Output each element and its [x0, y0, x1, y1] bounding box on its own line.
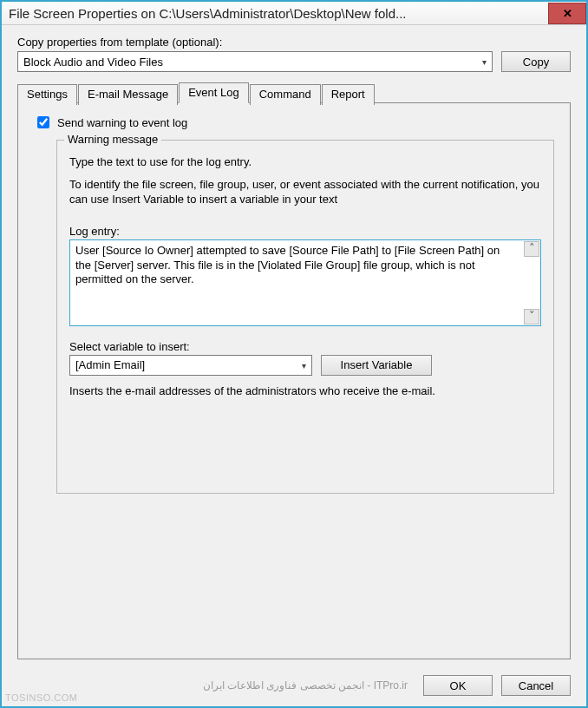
tabstrip: Settings E-mail Message Event Log Comman… — [17, 82, 571, 103]
log-entry-text: User [Source Io Owner] attempted to save… — [75, 244, 500, 286]
send-warning-checkbox[interactable] — [37, 116, 49, 128]
log-entry-textarea[interactable]: User [Source Io Owner] attempted to save… — [69, 239, 541, 326]
template-selected-text: Block Audio and Video Files — [23, 56, 163, 69]
copy-button[interactable]: Copy — [501, 51, 571, 72]
client-area: Copy properties from template (optional)… — [2, 25, 586, 666]
variable-row: [Admin Email] ▾ Insert Variable — [69, 355, 541, 376]
window-title: File Screen Properties on C:\Users\Admin… — [2, 6, 548, 21]
chevron-down-icon: ▾ — [302, 360, 306, 370]
tab-eventlog[interactable]: Event Log — [179, 82, 249, 103]
tabpanel-eventlog: Send warning to event log Warning messag… — [17, 102, 571, 659]
titlebar: File Screen Properties on C:\Users\Admin… — [2, 2, 586, 25]
scroll-up-button[interactable]: ˄ — [524, 241, 539, 257]
warning-desc1: Type the text to use for the log entry. — [69, 154, 541, 170]
send-warning-label: Send warning to event log — [57, 116, 187, 129]
variable-description: Inserts the e-mail addresses of the admi… — [69, 384, 541, 397]
cancel-button[interactable]: Cancel — [501, 675, 571, 696]
variable-selected-text: [Admin Email] — [75, 358, 145, 371]
tab-settings[interactable]: Settings — [17, 84, 77, 105]
warning-groupbox: Warning message Type the text to use for… — [56, 140, 554, 494]
template-row: Block Audio and Video Files ▾ Copy — [17, 51, 571, 72]
warning-groupbox-title: Warning message — [64, 133, 161, 146]
tab-email[interactable]: E-mail Message — [78, 84, 178, 105]
template-label: Copy properties from template (optional)… — [17, 36, 571, 49]
chevron-up-icon: ˄ — [529, 241, 535, 256]
close-icon: ✕ — [563, 7, 572, 20]
warning-desc2: To identify the file screen, file group,… — [69, 177, 541, 207]
tab-command[interactable]: Command — [250, 84, 321, 105]
scroll-down-button[interactable]: ˅ — [524, 309, 539, 324]
watermark-text: ITPro.ir - انجمن تخصصی فناوری اطلاعات ای… — [17, 679, 415, 692]
chevron-down-icon: ▾ — [482, 57, 487, 67]
dialog-footer: ITPro.ir - انجمن تخصصی فناوری اطلاعات ای… — [2, 666, 586, 706]
variable-select[interactable]: [Admin Email] ▾ — [69, 355, 312, 376]
insert-variable-button[interactable]: Insert Variable — [321, 355, 432, 376]
tab-report[interactable]: Report — [322, 84, 375, 105]
close-button[interactable]: ✕ — [548, 3, 586, 24]
send-warning-row: Send warning to event log — [34, 114, 554, 131]
dialog-window: File Screen Properties on C:\Users\Admin… — [0, 0, 588, 708]
template-select[interactable]: Block Audio and Video Files ▾ — [17, 51, 493, 72]
variable-label: Select variable to insert: — [69, 340, 541, 353]
chevron-down-icon: ˅ — [529, 309, 535, 324]
corner-watermark: TOSINSO.COM — [5, 692, 78, 703]
ok-button[interactable]: OK — [423, 675, 493, 696]
log-entry-label: Log entry: — [69, 225, 541, 238]
